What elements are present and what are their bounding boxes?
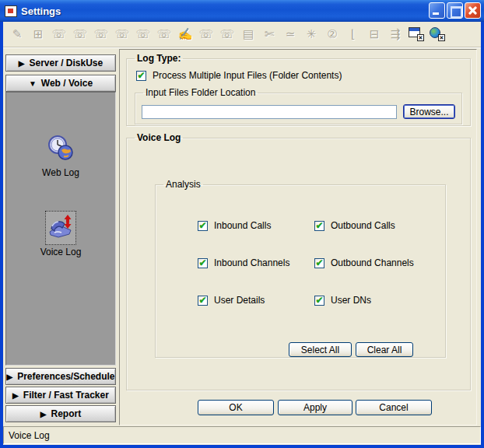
chevron-right-icon: ▶ xyxy=(40,410,47,418)
apply-button[interactable]: Apply xyxy=(278,400,352,415)
cancel-button[interactable]: Cancel xyxy=(356,400,432,415)
select-all-button[interactable]: Select All xyxy=(289,342,352,357)
titlebar: Settings xyxy=(0,0,484,22)
checkbox-label: Inbound Channels xyxy=(214,257,289,268)
checkbox-label: User DNs xyxy=(331,295,371,306)
analysis-group: Analysis ✔ Inbound Calls ✔ Outbound Call… xyxy=(155,179,446,358)
toolbar-icon-13: ✄ xyxy=(261,26,277,42)
sidebar-section-label: Preferences/Schedule xyxy=(17,371,114,382)
input-files-folder-title: Input Files Folder Location xyxy=(143,87,258,98)
checkbox-label: User Details xyxy=(214,295,265,306)
voice-log-label: Voice Log xyxy=(6,247,115,257)
check-mark-icon: ✔ xyxy=(315,259,323,267)
checkbox-box[interactable]: ✔ xyxy=(198,296,208,306)
web-close-icon[interactable]: ✕ xyxy=(430,27,445,41)
check-mark-icon: ✔ xyxy=(137,72,145,79)
checkbox-box[interactable]: ✔ xyxy=(198,258,208,268)
sidebar: ▶ Server / DiskUse ▼ Web / Voice xyxy=(5,54,117,426)
log-type-group: Log Type: ✔ Process Multiple Input Files… xyxy=(126,53,471,126)
toolbar-icon-8: ☏ xyxy=(156,26,172,42)
toolbar-icon-11: ☏ xyxy=(219,26,235,42)
browse-button[interactable]: Browse... xyxy=(403,104,455,119)
web-log-icon xyxy=(46,133,75,166)
toolbar-icon-9: ✍ xyxy=(177,26,193,42)
toolbar-icon-16: ② xyxy=(324,26,340,42)
check-mark-icon: ✔ xyxy=(315,296,323,304)
checkbox-outbound-calls[interactable]: ✔ Outbound Calls xyxy=(314,218,431,233)
check-mark-icon: ✔ xyxy=(315,222,323,229)
chevron-right-icon: ▶ xyxy=(6,373,12,381)
toolbar-icon-1: ✎ xyxy=(9,26,25,42)
checkbox-inbound-channels[interactable]: ✔ Inbound Channels xyxy=(198,255,314,271)
chevron-right-icon: ▶ xyxy=(19,59,25,68)
toolbar-icon-7: ☏ xyxy=(135,26,151,42)
sidebar-section-web-voice[interactable]: ▼ Web / Voice xyxy=(5,75,116,92)
toolbar-icon-19: ⇶ xyxy=(388,26,403,42)
input-files-folder-group: Input Files Folder Location Browse... xyxy=(135,87,462,124)
voice-log-group: Voice Log Analysis ✔ Inbound Calls ✔ Out… xyxy=(126,132,471,390)
client-area: ✎ ⊞ ☏ ☏ ☏ ☏ ☏ ☏ ✍ ☏ ☏ ▤ ✄ ≃ ✳ ② ⌊ ⊟ ⇶ ✕ xyxy=(3,22,481,445)
chevron-down-icon: ▼ xyxy=(29,79,37,88)
voice-log-title: Voice Log xyxy=(135,132,183,143)
sidebar-section-label: Filter / Fast Tracker xyxy=(23,390,109,401)
app-icon xyxy=(5,5,17,17)
checkbox-box[interactable]: ✔ xyxy=(314,296,324,306)
window-title: Settings xyxy=(21,5,61,17)
sidebar-section-label: Server / DiskUse xyxy=(29,58,103,68)
close-button[interactable] xyxy=(465,2,481,19)
sidebar-item-voice-log[interactable]: Voice Log xyxy=(6,211,115,257)
checkbox-box[interactable]: ✔ xyxy=(198,221,208,231)
x-badge-icon: ✕ xyxy=(438,34,445,41)
settings-window: Settings ✎ ⊞ ☏ ☏ ☏ ☏ ☏ ☏ ✍ ☏ ☏ ▤ ✄ ≃ ✳ ②… xyxy=(0,0,484,448)
checkbox-label: Outbound Channels xyxy=(331,257,414,268)
toolbar-icon-4: ☏ xyxy=(72,26,88,42)
checkbox-label: Outbound Calls xyxy=(331,220,395,231)
checkbox-box[interactable]: ✔ xyxy=(314,258,324,268)
minimize-button[interactable] xyxy=(429,2,445,19)
sidebar-section-label: Report xyxy=(51,408,82,419)
status-text: Voice Log xyxy=(9,430,50,441)
toolbar-icon-18: ⊟ xyxy=(367,26,382,42)
checkbox-outbound-channels[interactable]: ✔ Outbound Channels xyxy=(314,255,431,271)
toolbar: ✎ ⊞ ☏ ☏ ☏ ☏ ☏ ☏ ✍ ☏ ☏ ▤ ✄ ≃ ✳ ② ⌊ ⊟ ⇶ ✕ xyxy=(3,22,481,47)
window-close-icon[interactable]: ✕ xyxy=(409,27,424,41)
checkbox-label: Inbound Calls xyxy=(214,220,271,231)
analysis-title: Analysis xyxy=(163,179,203,190)
sidebar-section-report[interactable]: ▶ Report xyxy=(5,405,116,422)
log-type-title: Log Type: xyxy=(135,53,183,64)
chevron-right-icon: ▶ xyxy=(12,391,19,400)
toolbar-icon-6: ☏ xyxy=(114,26,130,42)
sidebar-section-filter-fast-tracker[interactable]: ▶ Filter / Fast Tracker xyxy=(5,387,116,404)
process-multiple-label: Process Multiple Input Files (Folder Con… xyxy=(153,70,342,81)
sidebar-section-server-diskuse[interactable]: ▶ Server / DiskUse xyxy=(5,54,116,72)
sidebar-panel: Web Log xyxy=(5,92,116,366)
analysis-checkbox-grid: ✔ Inbound Calls ✔ Outbound Calls ✔ Inbou… xyxy=(198,218,431,308)
checkbox-user-dns[interactable]: ✔ User DNs xyxy=(314,292,431,308)
toolbar-icon-10: ☏ xyxy=(198,26,214,42)
sidebar-section-preferences-schedule[interactable]: ▶ Preferences/Schedule xyxy=(5,368,116,385)
toolbar-icon-5: ☏ xyxy=(93,26,109,42)
main-panel: Log Type: ✔ Process Multiple Input Files… xyxy=(119,49,477,425)
checkbox-box[interactable]: ✔ xyxy=(314,221,324,231)
toolbar-icon-14: ≃ xyxy=(282,26,298,42)
web-log-label: Web Log xyxy=(6,167,115,178)
toolbar-icon-12: ▤ xyxy=(240,26,256,42)
toolbar-icon-2: ⊞ xyxy=(30,26,46,42)
sidebar-item-web-log[interactable]: Web Log xyxy=(6,133,115,178)
status-bar: Voice Log xyxy=(3,426,481,444)
toolbar-icon-3: ☏ xyxy=(51,26,67,42)
checkbox-user-details[interactable]: ✔ User Details xyxy=(198,292,314,308)
check-mark-icon: ✔ xyxy=(198,296,206,304)
checkbox-inbound-calls[interactable]: ✔ Inbound Calls xyxy=(198,218,314,233)
toolbar-icon-17: ⌊ xyxy=(345,26,361,42)
check-mark-icon: ✔ xyxy=(198,222,206,229)
voice-log-icon xyxy=(45,211,76,245)
toolbar-icon-15: ✳ xyxy=(303,26,319,42)
sidebar-section-label: Web / Voice xyxy=(41,78,93,89)
x-badge-icon: ✕ xyxy=(417,34,424,41)
folder-location-input[interactable] xyxy=(142,105,397,119)
ok-button[interactable]: OK xyxy=(198,400,274,415)
clear-all-button[interactable]: Clear All xyxy=(356,342,413,357)
maximize-button[interactable] xyxy=(447,2,463,19)
process-multiple-checkbox[interactable]: ✔ xyxy=(136,71,146,81)
